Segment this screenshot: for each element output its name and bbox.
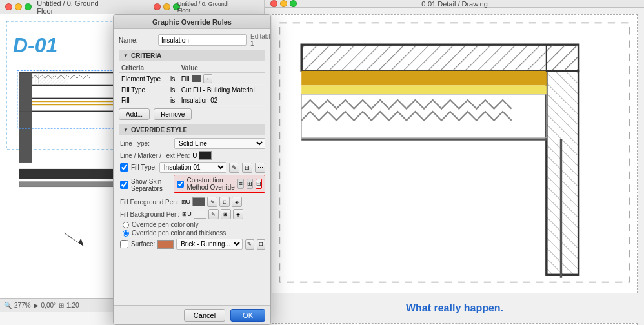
scale-icon-left: ⊞	[59, 302, 64, 309]
maximize-button-left[interactable]	[25, 3, 32, 10]
cancel-button[interactable]: Cancel	[184, 309, 225, 322]
criteria-row: Fill is Insulation 02	[119, 95, 265, 106]
pen-color-box[interactable]	[199, 151, 212, 160]
top-annotation: What really happen.	[272, 300, 638, 317]
pen-override-radio-group: Override pen color only Override pen col…	[119, 221, 265, 237]
top-detail-drawing	[272, 14, 638, 293]
value-cell-content: Cut Fill - Building Material	[181, 86, 263, 94]
scale-left: 1:20	[66, 302, 79, 309]
list-min-btn[interactable]	[163, 3, 170, 10]
svg-rect-12	[19, 73, 32, 112]
construction-label: Construction Method Override	[186, 177, 235, 191]
add-remove-row: Add... Remove	[119, 108, 265, 120]
name-row: Name: Editable: 1	[119, 33, 265, 47]
criteria-triangle: ▼	[123, 53, 128, 59]
bg-icons: ⊞U	[182, 211, 192, 217]
surface-label: Surface:	[131, 241, 155, 248]
criteria-cell: Element Type	[119, 73, 168, 85]
ok-button[interactable]: OK	[230, 309, 265, 322]
skin-construction-row: Show Skin Separators Construction Method…	[119, 175, 265, 195]
minimize-button-left[interactable]	[15, 3, 22, 10]
fill-type-checkbox[interactable]	[120, 163, 128, 172]
fill-pick-btn[interactable]: ⊞	[242, 162, 252, 173]
name-label: Name:	[119, 37, 154, 44]
bg-color-box[interactable]	[194, 210, 206, 219]
fill-bg-row: Fill Background Pen: ⊞U ✎ ⊞ ◈	[119, 209, 265, 219]
fill-fg-row: Fill Foreground Pen: ⊞U ✎ ⊞ ◈	[119, 197, 265, 207]
bg-btn3[interactable]: ◈	[233, 209, 243, 219]
criteria-table: Criteria Value Element Type is Fill › Fi…	[119, 64, 265, 106]
value-cell-content: Insulation 02	[181, 97, 263, 104]
value-cell: Fill ›	[179, 73, 265, 85]
pen-underline: U	[192, 152, 197, 159]
fg-btn3[interactable]: ◈	[232, 197, 242, 207]
surface-edit-btn[interactable]: ✎	[245, 239, 254, 250]
top-detail-svg	[272, 15, 637, 293]
override-section-header: ▼ OVERRIDE STYLE	[119, 124, 265, 135]
fill-edit-btn[interactable]: ✎	[229, 162, 239, 173]
value-arrow-btn[interactable]: ›	[203, 74, 212, 83]
max-btn-right[interactable]	[290, 0, 297, 7]
fill-more-btn[interactable]: ⋯	[255, 162, 265, 173]
radio-color-thickness[interactable]	[123, 230, 129, 237]
right-detail-panel: 0-01 Detail / Drawing	[265, 0, 644, 325]
zoom-icon[interactable]: 🔍	[4, 302, 12, 309]
list-close-btn[interactable]	[154, 3, 161, 10]
show-skin-checkbox[interactable]	[120, 181, 128, 189]
value-cell-content: Fill ›	[181, 74, 263, 83]
add-criteria-button[interactable]: Add...	[119, 108, 150, 120]
radio-color-only[interactable]	[123, 222, 129, 228]
value-cell: Insulation 02	[179, 95, 265, 106]
close-button-left[interactable]	[5, 3, 12, 10]
fg-btn1[interactable]: ✎	[207, 197, 217, 207]
svg-rect-28	[301, 85, 547, 94]
construction-icon-2[interactable]: ⊞	[247, 179, 253, 189]
bg-btn2[interactable]: ⊞	[221, 209, 231, 219]
surface-checkbox[interactable]	[120, 240, 128, 248]
graphic-override-dialog: Graphic Override Rules Name: Editable: 1…	[113, 14, 271, 325]
fg-btn2[interactable]: ⊞	[219, 197, 230, 207]
close-btn-right[interactable]	[270, 0, 277, 7]
svg-rect-30	[547, 44, 579, 71]
construction-icon-3[interactable]: ⊟	[256, 179, 262, 189]
traffic-lights-list	[154, 3, 180, 10]
override-section-label: OVERRIDE STYLE	[131, 126, 187, 133]
fill-bg-label: Fill Background Pen:	[120, 211, 179, 218]
traffic-lights-right	[270, 0, 297, 7]
is-col-header	[168, 64, 179, 73]
fill-type-checkbox-label: Fill Type:	[131, 164, 157, 171]
svg-rect-11	[19, 111, 32, 162]
editable-indicator: Editable: 1	[250, 33, 270, 47]
bg-btn1[interactable]: ✎	[208, 209, 219, 219]
dialog-title: Graphic Override Rules	[152, 18, 232, 26]
line-type-select[interactable]: Solid Line	[174, 138, 265, 149]
surface-row: Surface: Brick - Running... ✎ ⊞	[119, 239, 265, 250]
svg-rect-27	[301, 71, 547, 86]
radio-color-thickness-row: Override pen color and thickness	[123, 230, 265, 237]
remove-criteria-button[interactable]: Remove	[154, 108, 192, 120]
radio-color-only-label: Override pen color only	[132, 221, 198, 228]
value-col-header: Value	[179, 64, 265, 73]
fg-color-box[interactable]	[192, 197, 205, 206]
fill-type-select[interactable]: Insulation 01	[159, 162, 226, 173]
value-cell: Cut Fill - Building Material	[179, 85, 265, 95]
criteria-section-label: CRITERIA	[131, 52, 161, 59]
surface-select[interactable]: Brick - Running...	[176, 239, 243, 250]
surface-pick-btn[interactable]: ⊞	[257, 239, 265, 250]
is-cell: is	[168, 95, 179, 106]
svg-rect-14	[35, 73, 68, 86]
min-btn-right[interactable]	[280, 0, 287, 7]
dialog-titlebar: Graphic Override Rules	[114, 15, 270, 29]
construction-icon-1[interactable]: ≡	[237, 179, 244, 189]
svg-rect-25	[547, 71, 579, 275]
construction-checkbox[interactable]	[177, 181, 184, 188]
construction-method-row: Construction Method Override ≡ ⊞ ⊟	[174, 175, 265, 193]
name-input[interactable]	[158, 34, 247, 46]
criteria-section-header: ▼ CRITERIA	[119, 50, 265, 61]
is-cell: is	[168, 85, 179, 95]
list-titlebar: Untitled / 0. Ground Floor	[148, 0, 264, 14]
right-content: What really happen.	[265, 8, 644, 325]
svg-rect-23	[301, 44, 578, 71]
criteria-col-header: Criteria	[119, 64, 168, 73]
traffic-lights-left	[5, 3, 32, 10]
